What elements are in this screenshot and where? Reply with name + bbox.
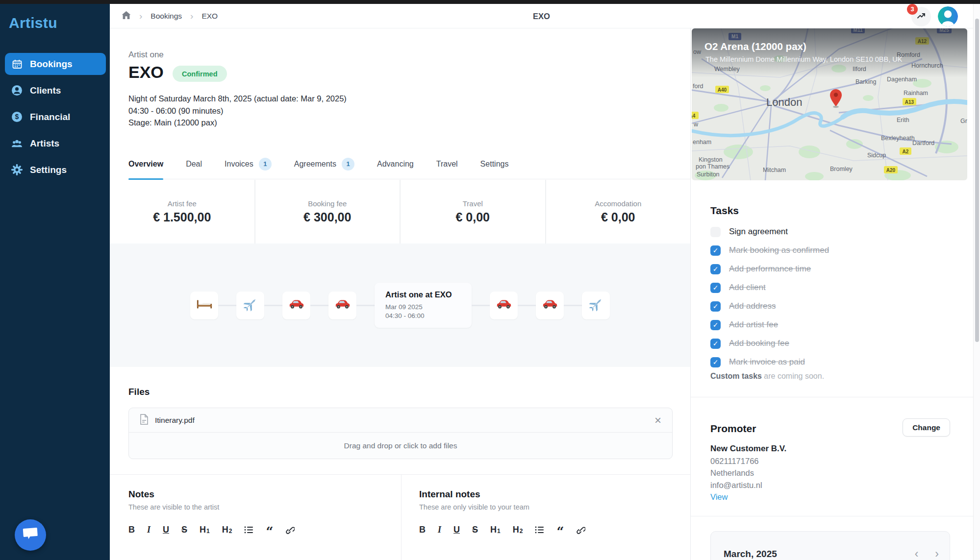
timeline-drive-card[interactable] <box>490 292 518 319</box>
chat-launcher-button[interactable] <box>15 519 46 551</box>
promoter-email: info@artistu.nl <box>710 479 786 491</box>
notes-title: Notes <box>128 489 385 500</box>
svg-text:$: $ <box>15 113 19 121</box>
stat-accomodation: Accomodation € 0,00 <box>545 180 691 243</box>
right-panel: M1 M11 M25 A12 A40 A13 A2 A20 A4 London … <box>690 28 973 560</box>
blockquote-button[interactable]: “ <box>556 528 564 536</box>
timeline-connector <box>564 305 582 306</box>
checkbox-checked[interactable]: ✓ <box>710 283 721 293</box>
sidebar-item-financial[interactable]: $ Financial <box>5 106 106 128</box>
tab-advancing[interactable]: Advancing <box>377 150 414 179</box>
booking-details: Night of Saturday March 8th, 2025 (actua… <box>128 93 347 129</box>
sidebar-item-label: Artists <box>30 138 59 149</box>
calendar-prev-button[interactable]: ‹ <box>915 548 919 560</box>
sidebar-item-artists[interactable]: Artists <box>5 132 106 154</box>
italic-button[interactable]: I <box>147 525 151 534</box>
strikethrough-button[interactable]: S <box>181 525 187 534</box>
trending-arrow-icon <box>916 10 927 23</box>
sidebar-item-bookings[interactable]: Bookings <box>5 53 106 75</box>
sidebar-item-clients[interactable]: Clients <box>5 79 106 101</box>
blockquote-button[interactable]: “ <box>266 528 273 536</box>
notes-toolbar: B I U S H1 H2 “ <box>128 524 385 536</box>
app-root: Artistu Bookings Clients <box>0 0 980 560</box>
svg-text:pon Thames: pon Thames <box>696 163 729 170</box>
heading2-button[interactable]: H2 <box>222 525 232 534</box>
scrollbar-thumb[interactable] <box>975 19 979 342</box>
timeline-connector <box>310 305 328 306</box>
calendar-next-button[interactable]: › <box>935 548 939 560</box>
heading1-button[interactable]: H1 <box>200 525 210 534</box>
checkbox-checked[interactable]: ✓ <box>710 339 721 349</box>
link-button[interactable] <box>285 525 295 535</box>
timeline-hotel-card[interactable] <box>190 292 218 319</box>
heading2-button[interactable]: H2 <box>513 525 523 534</box>
timeline-connector <box>218 305 236 306</box>
link-button[interactable] <box>576 525 585 535</box>
tab-settings[interactable]: Settings <box>480 150 509 179</box>
tab-invoices[interactable]: Invoices 1 <box>225 150 272 179</box>
change-promoter-button[interactable]: Change <box>903 418 950 437</box>
files-section-title: Files <box>128 387 150 397</box>
strikethrough-button[interactable]: S <box>472 525 478 534</box>
booking-date-line: Night of Saturday March 8th, 2025 (actua… <box>128 93 347 105</box>
tab-overview[interactable]: Overview <box>128 150 163 179</box>
svg-text:Gra: Gra <box>960 118 967 124</box>
checkbox-checked[interactable]: ✓ <box>710 245 721 256</box>
checkbox-checked[interactable]: ✓ <box>710 301 721 312</box>
bold-button[interactable]: B <box>419 525 426 534</box>
timeline-event-card[interactable]: Artist one at EXO Mar 09 2025 04:30 - 06… <box>375 283 472 328</box>
document-icon <box>140 414 149 427</box>
timeline-flight-card[interactable] <box>236 292 264 319</box>
sidebar-item-settings[interactable]: Settings <box>5 159 106 181</box>
agreements-count-badge: 1 <box>342 158 354 170</box>
files-card: Itinerary.pdf × Drag and drop or click t… <box>128 408 673 459</box>
event-title: Artist one at EXO <box>385 290 472 299</box>
tab-agreements[interactable]: Agreements 1 <box>294 150 354 179</box>
activity-button[interactable]: 3 <box>911 7 931 26</box>
promoter-name: New Customer B.V. <box>710 443 786 455</box>
italic-button[interactable]: I <box>438 525 441 534</box>
timeline-flight-card[interactable] <box>582 292 610 319</box>
user-avatar[interactable] <box>938 6 958 26</box>
timeline-drive-card[interactable] <box>536 292 564 319</box>
promoter-view-link[interactable]: View <box>710 491 786 503</box>
svg-text:A2: A2 <box>903 149 909 154</box>
list-button[interactable] <box>535 526 544 534</box>
list-button[interactable] <box>244 526 253 534</box>
page-title: EXO <box>110 4 973 28</box>
page-scrollbar[interactable] <box>973 4 980 560</box>
svg-text:Kingston: Kingston <box>699 156 723 163</box>
checkbox-checked[interactable]: ✓ <box>710 264 721 274</box>
file-dropzone[interactable]: Drag and drop or click to add files <box>129 433 672 459</box>
venue-name: O2 Arena (12000 pax) <box>704 41 806 52</box>
booking-time-line: 04:30 - 06:00 (90 minutes) <box>128 105 347 117</box>
svg-text:A13: A13 <box>905 99 914 105</box>
fee-summary-row: Artist fee € 1.500,00 Booking fee € 300,… <box>110 180 690 243</box>
sidebar-item-label: Clients <box>30 85 61 96</box>
timeline-connector <box>472 305 490 306</box>
checkbox-checked[interactable]: ✓ <box>710 357 721 367</box>
tab-deal[interactable]: Deal <box>186 150 202 179</box>
promoter-phone: 06211171766 <box>710 455 786 467</box>
svg-text:Barking: Barking <box>855 78 876 85</box>
tab-travel[interactable]: Travel <box>436 150 458 179</box>
task-add-artist-fee: ✓ Add artist fee <box>710 316 958 334</box>
tasks-list: Sign agreement ✓ Mark booking as confirm… <box>710 222 958 371</box>
underline-button[interactable]: U <box>453 525 460 534</box>
sidebar-item-label: Financial <box>30 112 70 122</box>
app-logo[interactable]: Artistu <box>9 15 57 31</box>
file-remove-button[interactable]: × <box>654 414 661 426</box>
checkbox-checked[interactable]: ✓ <box>710 320 721 330</box>
checkbox-unchecked[interactable] <box>710 227 721 237</box>
underline-button[interactable]: U <box>163 525 169 534</box>
event-time: 04:30 - 06:00 <box>385 312 472 320</box>
timeline-drive-card[interactable] <box>282 292 310 319</box>
venue-map[interactable]: M1 M11 M25 A12 A40 A13 A2 A20 A4 London … <box>692 28 967 180</box>
task-add-performance-time: ✓ Add performance time <box>710 260 958 278</box>
car-icon <box>496 298 512 312</box>
file-row[interactable]: Itinerary.pdf × <box>129 408 672 433</box>
bold-button[interactable]: B <box>128 525 135 534</box>
section-divider <box>401 475 402 560</box>
timeline-drive-card[interactable] <box>328 292 356 319</box>
heading1-button[interactable]: H1 <box>490 525 501 534</box>
